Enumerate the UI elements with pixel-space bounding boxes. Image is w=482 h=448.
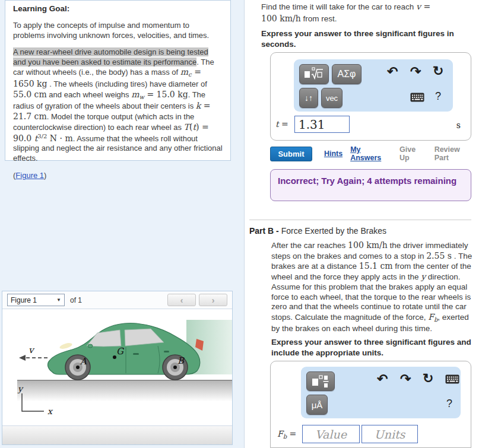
part-a-question: Find the time it will take for the car t… bbox=[261, 1, 446, 25]
vector-button[interactable]: vec bbox=[321, 88, 343, 108]
part-a-answer-box: ΑΣφ ↓↑ vec ↶ ↷ ↻ ? t = s bbox=[270, 52, 471, 141]
chevron-right-icon: › bbox=[212, 296, 215, 305]
help-icon[interactable]: ? bbox=[435, 91, 441, 101]
car-figure-svg: v A B G y x bbox=[2, 309, 232, 425]
ground-line bbox=[17, 380, 232, 382]
x-axis-label: x bbox=[47, 406, 53, 416]
mirror bbox=[88, 344, 93, 348]
help-icon[interactable]: ? bbox=[446, 398, 452, 409]
g-label: G bbox=[116, 346, 124, 357]
figure-toolbar: Figure 1 ▼ of 1 ‹ › bbox=[2, 291, 232, 309]
figure-reference: (Figure 1) bbox=[13, 171, 223, 181]
pane-divider bbox=[244, 0, 245, 448]
t-input[interactable] bbox=[294, 116, 350, 133]
keyboard-icon[interactable] bbox=[410, 93, 424, 104]
equation-toolbar-b: μÅ ↶ ↷ ↻ ? bbox=[301, 367, 461, 418]
review-part-link[interactable]: Review Part bbox=[435, 145, 475, 162]
v-label: v bbox=[28, 345, 35, 355]
learning-goal-title: Learning Goal: bbox=[13, 4, 223, 14]
door-handle bbox=[133, 353, 139, 355]
part-b-title: Force Exerted by the Brakes bbox=[281, 226, 386, 236]
learning-goal-paragraph-1: To apply the concepts of impulse and mom… bbox=[13, 21, 223, 40]
figure-ref-close-paren: ) bbox=[44, 171, 46, 180]
point-a-dot bbox=[76, 366, 80, 369]
ground-shading bbox=[17, 382, 232, 402]
undo-icon[interactable]: ↶ bbox=[377, 373, 388, 386]
figure-panel: Figure 1 ▼ of 1 ‹ › bbox=[2, 291, 233, 445]
sqrt-template-icon bbox=[303, 66, 325, 82]
keyboard-icon[interactable] bbox=[445, 374, 459, 386]
learning-goal-panel: Learning Goal: To apply the concepts of … bbox=[5, 0, 231, 161]
figure-footer bbox=[2, 426, 232, 444]
figure-select-value: Figure 1 bbox=[11, 296, 37, 304]
part-b-express: Express your answer to three significant… bbox=[271, 337, 479, 358]
units-input[interactable] bbox=[362, 425, 418, 443]
point-b-dot bbox=[173, 366, 177, 369]
part-b-question: After the car reaches 100 km/h the drive… bbox=[271, 240, 475, 333]
redo-icon[interactable]: ↷ bbox=[410, 65, 421, 78]
b-label: B bbox=[177, 355, 185, 366]
a-label: A bbox=[80, 356, 87, 367]
updown-button[interactable]: ↓↑ bbox=[299, 88, 318, 108]
reset-icon[interactable]: ↻ bbox=[423, 372, 433, 385]
velocity-arrow bbox=[19, 355, 47, 361]
part-b-answer-box: μÅ ↶ ↷ ↻ ? Fb = bbox=[270, 361, 471, 448]
micro-units-button[interactable]: μÅ bbox=[306, 395, 328, 415]
part-a-express: Express your answer to three significant… bbox=[261, 28, 470, 50]
feedback-banner: Incorrect; Try Again; 4 attempts remaini… bbox=[270, 169, 471, 201]
hints-link[interactable]: Hints bbox=[324, 150, 343, 158]
figure-image: v A B G y x bbox=[2, 309, 232, 426]
unit-label: s bbox=[456, 120, 461, 130]
page: { "colors": { "accent_blue": "#1b76c2", … bbox=[0, 0, 482, 448]
chevron-down-icon: ▼ bbox=[56, 297, 61, 303]
headlight bbox=[59, 342, 72, 350]
part-b-label: Part B - bbox=[249, 226, 281, 236]
fb-label: Fb = bbox=[277, 429, 296, 440]
reset-icon[interactable]: ↻ bbox=[433, 65, 443, 78]
greek-symbols-button[interactable]: ΑΣφ bbox=[332, 64, 362, 84]
door-handle-2 bbox=[164, 351, 169, 352]
math-template-button[interactable] bbox=[299, 64, 329, 84]
submit-row: Submit Hints My Answers Give Up Review P… bbox=[270, 146, 475, 161]
undo-icon[interactable]: ↶ bbox=[387, 65, 398, 78]
redo-icon[interactable]: ↷ bbox=[400, 373, 411, 386]
give-up-link[interactable]: Give Up bbox=[399, 145, 427, 162]
value-input[interactable] bbox=[302, 425, 360, 443]
units-template-button[interactable] bbox=[306, 371, 335, 391]
learning-goal-paragraph-2: A new rear-wheel drive automobile design… bbox=[13, 47, 223, 163]
my-answers-link[interactable]: My Answers bbox=[350, 145, 392, 162]
submit-button[interactable]: Submit bbox=[270, 147, 312, 161]
chevron-left-icon: ‹ bbox=[180, 296, 183, 305]
part-divider bbox=[249, 220, 471, 220]
t-label: t = bbox=[275, 119, 288, 129]
prev-figure-button[interactable]: ‹ bbox=[167, 294, 196, 306]
figure-select[interactable]: Figure 1 ▼ bbox=[7, 294, 65, 306]
figure-1-link[interactable]: Figure 1 bbox=[15, 171, 44, 180]
figure-count-label: of 1 bbox=[70, 296, 82, 304]
superscript-template-icon bbox=[312, 374, 329, 389]
next-figure-button[interactable]: › bbox=[199, 294, 227, 306]
equation-toolbar-a: ΑΣφ ↓↑ vec ↶ ↷ ↻ ? bbox=[294, 59, 453, 112]
figure-nav: ‹ › bbox=[167, 294, 227, 306]
part-b-heading: Part B - Force Exerted by the Brakes bbox=[249, 226, 386, 236]
